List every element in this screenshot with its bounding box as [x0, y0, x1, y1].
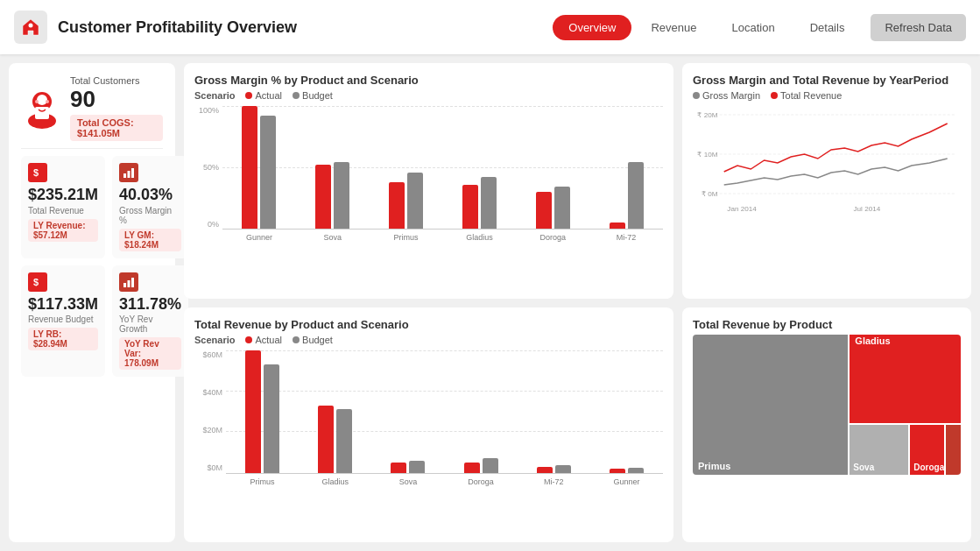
- bar-group-gladius: [442, 106, 516, 229]
- treemap-visual: Primus Gladius Sova Doroga: [693, 335, 961, 475]
- rev-bar-sova-actual: [391, 463, 406, 472]
- bar-gunner-budget: [260, 116, 276, 229]
- bar-group-primus: [370, 106, 443, 229]
- rev-bar-group-gunner: [590, 350, 663, 473]
- x-label-doroga: Doroga: [516, 233, 589, 242]
- bar-icon-1: [119, 163, 138, 182]
- rev-x-mi72: Mi-72: [518, 477, 590, 486]
- rev-bar-gunner-budget: [628, 468, 644, 473]
- dollar-icon-2: $: [28, 272, 47, 292]
- tab-revenue[interactable]: Revenue: [635, 15, 712, 40]
- legend-budget-gm: Budget: [293, 90, 333, 101]
- legend-gm-line: Gross Margin: [693, 90, 760, 101]
- legend-actual-rev: Actual: [245, 335, 282, 345]
- line-chart-card: Gross Margin and Total Revenue by YearPe…: [682, 63, 971, 299]
- svg-rect-12: [123, 283, 126, 287]
- x-label-gunner: Gunner: [222, 233, 296, 242]
- x-label-mi72: Mi-72: [589, 233, 663, 242]
- bar-sova-budget: [334, 162, 349, 229]
- rev-bar-primus-budget: [264, 364, 279, 472]
- cogs-badge: Total COGS: $141.05M: [70, 115, 163, 141]
- legend-budget-rev: Budget: [293, 335, 333, 345]
- bar-mi72-actual: [610, 223, 625, 229]
- rev-bar-sova-budget: [409, 461, 425, 473]
- treemap-doroga: Doroga: [910, 425, 944, 474]
- tab-location[interactable]: Location: [716, 15, 791, 40]
- rev-x-sova: Sova: [371, 477, 444, 486]
- svg-point-6: [46, 100, 49, 103]
- metric-total-revenue: $ $235.21M Total Revenue LY Revenue: $57…: [21, 156, 105, 258]
- svg-point-3: [37, 95, 47, 105]
- svg-text:₹ 0M: ₹ 0M: [702, 190, 718, 198]
- treemap-sova-label: Sova: [853, 463, 874, 472]
- x-label-gladius: Gladius: [442, 233, 516, 242]
- bar-doroga-actual: [536, 192, 552, 229]
- bar-group-sova: [296, 106, 370, 229]
- metric-yoy-growth: 311.78% YoY Rev Growth YoY Rev Var: 178.…: [112, 265, 188, 378]
- rev-bar-primus-actual: [245, 350, 261, 473]
- svg-rect-10: [131, 168, 134, 178]
- gross-margin-legend: Scenario Actual Budget: [194, 90, 663, 101]
- legend-rev-line: Total Revenue: [771, 90, 842, 101]
- rev-x-gladius: Gladius: [299, 477, 371, 486]
- x-label-sova: Sova: [296, 233, 370, 242]
- bar-gunner-actual: [242, 106, 257, 229]
- revenue-chart-card: Total Revenue by Product and Scenario Sc…: [184, 307, 673, 543]
- scenario-label-rev: Scenario: [194, 335, 235, 345]
- metric-sub-3: YoY Rev Var: 178.09M: [119, 337, 181, 370]
- treemap-sova: Sova: [850, 425, 908, 474]
- tab-overview[interactable]: Overview: [553, 15, 631, 40]
- app-logo: [14, 11, 47, 44]
- revenue-chart-area: $60M $40M $20M $0M: [194, 350, 663, 486]
- header: Customer Profitability Overview Overview…: [0, 0, 980, 54]
- rev-y-axis: $60M $40M $20M $0M: [194, 350, 222, 473]
- bar-sova-actual: [315, 165, 331, 229]
- rev-bar-gunner-actual: [610, 469, 625, 472]
- svg-rect-8: [123, 173, 126, 178]
- scenario-label-gm: Scenario: [194, 90, 235, 101]
- treemap-gladius-label: Gladius: [850, 335, 895, 350]
- treemap-bottom-row: Sova Doroga: [850, 425, 961, 474]
- dollar-icon-0: $: [28, 163, 47, 182]
- refresh-button[interactable]: Refresh Data: [871, 14, 966, 41]
- line-chart-legend: Gross Margin Total Revenue: [693, 90, 961, 101]
- gm-y-axis: 100% 50% 0%: [194, 106, 219, 229]
- svg-rect-9: [128, 171, 130, 178]
- legend-actual-gm: Actual: [245, 90, 282, 101]
- bar-gladius-budget: [481, 177, 497, 229]
- page-title: Customer Profitability Overview: [58, 18, 553, 37]
- tab-details[interactable]: Details: [794, 15, 861, 40]
- metric-label-0: Total Revenue: [28, 206, 98, 215]
- metric-value-0: $235.21M: [28, 186, 98, 205]
- gm-x-labels: Gunner Sova Primus Gladius Doroga Mi-72: [222, 233, 663, 242]
- rev-bar-group-doroga: [445, 350, 518, 473]
- customers-info: Total Customers 90 Total COGS: $141.05M: [70, 75, 163, 141]
- metric-sub-2: LY RB: $28.94M: [28, 328, 98, 350]
- customers-value: 90: [70, 86, 163, 113]
- customer-icon: [21, 88, 63, 130]
- svg-rect-14: [131, 278, 134, 287]
- x-label-primus: Primus: [370, 233, 443, 242]
- svg-text:Jul 2014: Jul 2014: [853, 205, 880, 213]
- rev-bar-gladius-budget: [336, 409, 352, 473]
- metric-sub-0: LY Revenue: $57.12M: [28, 219, 98, 242]
- rev-bar-doroga-budget: [483, 458, 498, 473]
- metric-value-3: 311.78%: [119, 295, 181, 314]
- svg-text:$: $: [33, 167, 39, 178]
- revenue-chart-title: Total Revenue by Product and Scenario: [194, 318, 663, 331]
- rev-x-doroga: Doroga: [445, 477, 518, 486]
- main-content: Total Customers 90 Total COGS: $141.05M …: [0, 54, 980, 551]
- gross-margin-chart-title: Gross Margin % by Product and Scenario: [194, 74, 663, 87]
- bar-group-doroga: [516, 106, 589, 229]
- metric-gross-margin: 40.03% Gross Margin % LY GM: $18.24M: [112, 156, 188, 258]
- bar-group-mi72: [589, 106, 663, 229]
- svg-text:$: $: [33, 277, 39, 287]
- gross-margin-chart-card: Gross Margin % by Product and Scenario S…: [184, 63, 673, 299]
- rev-bar-group-sova: [371, 350, 444, 473]
- rev-bar-mi72-budget: [555, 465, 571, 472]
- bar-gladius-actual: [462, 185, 478, 229]
- treemap-gladius: Gladius: [850, 335, 961, 424]
- treemap-title: Total Revenue by Product: [693, 318, 961, 331]
- nav-tabs: Overview Revenue Location Details Refres…: [553, 14, 966, 41]
- bar-group-gunner: [222, 106, 296, 229]
